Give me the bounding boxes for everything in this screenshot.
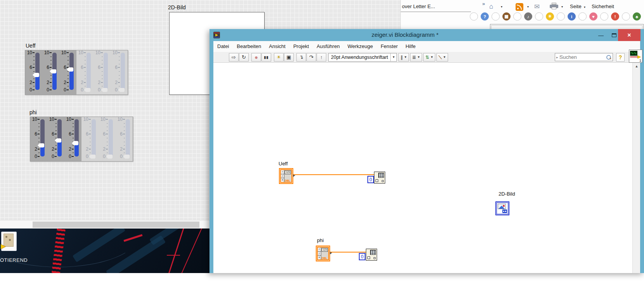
font-selector-arrow[interactable]: ▼ xyxy=(390,53,396,61)
bild-terminal-label[interactable]: 2D-Bild xyxy=(499,191,515,197)
slider-track[interactable] xyxy=(121,53,125,90)
vertical-slider[interactable]: 10 6 2 0 xyxy=(111,50,128,95)
retain-wire-values-button[interactable]: ▣ xyxy=(284,53,294,62)
window-titlebar[interactable]: ▶ zeiger.vi Blockdiagramm * — × xyxy=(209,29,644,41)
phi-terminal-label[interactable]: phi xyxy=(317,237,324,243)
menu-item-werkzeuge[interactable]: Werkzeuge xyxy=(344,41,377,52)
menu-item-ausführen[interactable]: Ausführen xyxy=(313,41,343,52)
ueff-terminal-label[interactable]: Ueff xyxy=(279,161,288,167)
vertical-slider[interactable]: 10 6 2 0 xyxy=(99,117,116,161)
vertical-slider[interactable]: 10 6 2 0 xyxy=(42,50,59,95)
alert-circle-icon[interactable]: ! xyxy=(611,12,619,21)
vertical-slider[interactable]: 10 6 2 0 xyxy=(47,117,64,161)
vertical-slider[interactable]: 10 6 2 0 xyxy=(25,50,42,95)
info-circle-icon[interactable]: i xyxy=(568,12,576,21)
slider-track[interactable] xyxy=(87,53,91,90)
vi-corner-icon[interactable]: ∿∿ ▶ 1 xyxy=(629,50,642,63)
cleanup-dropdown[interactable]: ⟍▼ xyxy=(436,53,448,62)
ueff-array-terminal[interactable]: ijk 123 DBL xyxy=(279,168,293,184)
home-dropdown-arrow[interactable]: ▾ xyxy=(501,5,502,9)
safety-menu[interactable]: Sicherheit xyxy=(592,3,614,9)
close-button[interactable]: × xyxy=(618,29,641,41)
slider-track[interactable] xyxy=(104,53,108,90)
step-out-button[interactable]: ↑ xyxy=(317,53,326,62)
slider-track[interactable] xyxy=(57,119,62,156)
ueff-wire[interactable] xyxy=(293,174,374,175)
pause-button[interactable]: ▮▮ xyxy=(261,53,271,62)
blank-circle-icon[interactable] xyxy=(600,12,608,21)
magnifier-icon[interactable] xyxy=(606,55,611,60)
ueff-index-array-node[interactable] xyxy=(374,172,385,184)
blank-circle-icon[interactable] xyxy=(535,12,543,21)
slider-handle[interactable] xyxy=(101,88,107,92)
menu-item-hilfe[interactable]: Hilfe xyxy=(402,41,419,52)
bulb-circle-icon[interactable]: ☀ xyxy=(546,12,554,21)
step-over-button[interactable]: ↷ xyxy=(306,53,316,62)
scrollbar-thumb[interactable] xyxy=(33,222,199,228)
slider-track[interactable] xyxy=(126,119,130,156)
abort-button[interactable]: ● xyxy=(251,53,261,62)
blank-circle-icon[interactable] xyxy=(470,12,478,21)
printer-icon[interactable] xyxy=(550,4,558,10)
phi-wire[interactable] xyxy=(330,252,366,253)
front-panel-horizontal-scrollbar[interactable] xyxy=(0,220,209,229)
menu-item-datei[interactable]: Datei xyxy=(213,41,233,52)
slider-handle[interactable] xyxy=(89,155,95,159)
printer-dropdown-arrow[interactable]: ▾ xyxy=(561,5,563,9)
menu-item-projekt[interactable]: Projekt xyxy=(289,41,313,52)
slider-handle[interactable] xyxy=(106,155,113,159)
font-selector[interactable]: 20pt Anwendungsschriftart ▼ xyxy=(328,53,397,62)
menu-item-fenster[interactable]: Fenster xyxy=(377,41,402,52)
phi-index-array-node[interactable] xyxy=(366,249,377,261)
music-circle-icon[interactable]: ♪ xyxy=(524,12,532,21)
slider-handle[interactable] xyxy=(123,155,130,159)
blank-circle-icon[interactable] xyxy=(622,12,630,21)
ueff-index-constant[interactable]: 0 xyxy=(367,176,374,183)
slider-handle[interactable] xyxy=(118,88,125,92)
slider-track[interactable] xyxy=(74,119,79,156)
slider-track[interactable] xyxy=(109,119,113,156)
vertical-slider[interactable]: 10 6 2 0 xyxy=(76,50,93,95)
page-menu[interactable]: Seite xyxy=(570,3,582,9)
vertical-slider[interactable]: 10 6 2 0 xyxy=(59,50,76,95)
browser-tab[interactable]: over Letter E... xyxy=(402,3,435,9)
overflow-chevron[interactable]: » xyxy=(482,1,485,7)
rss-icon[interactable] xyxy=(516,3,523,11)
bild-picture-terminal[interactable] xyxy=(495,201,509,215)
vertical-slider[interactable]: 10 6 2 0 xyxy=(30,117,47,161)
vertical-slider[interactable]: 10 6 2 0 xyxy=(93,50,111,95)
slider-track[interactable] xyxy=(35,53,40,90)
page-menu-arrow[interactable]: ▾ xyxy=(584,5,585,9)
phi-index-constant[interactable]: 0 xyxy=(359,253,365,260)
rss-dropdown-arrow[interactable]: ▾ xyxy=(527,5,529,9)
blank-circle-icon[interactable] xyxy=(492,12,500,21)
blank-circle-icon[interactable] xyxy=(557,12,565,21)
slider-handle[interactable] xyxy=(38,143,44,148)
minimize-button[interactable]: — xyxy=(594,29,608,41)
search-input[interactable] xyxy=(560,54,606,60)
reorder-dropdown[interactable]: ⇅▼ xyxy=(423,53,435,62)
run-button[interactable]: ⇨ xyxy=(229,53,239,62)
phi-array-terminal[interactable]: ijk 123 DBL xyxy=(316,246,330,261)
slider-track[interactable] xyxy=(40,119,45,156)
menu-item-bearbeiten[interactable]: Bearbeiten xyxy=(233,41,265,52)
vi-file-icon[interactable]: ▶ xyxy=(1,232,17,251)
slider-handle[interactable] xyxy=(84,88,90,92)
step-into-button[interactable]: ↴ xyxy=(296,53,306,62)
context-help-button[interactable]: ? xyxy=(616,53,625,62)
blank-circle-icon[interactable] xyxy=(513,12,521,21)
home-icon[interactable]: ⌂ xyxy=(489,3,493,10)
vertical-slider[interactable]: 10 6 2 0 xyxy=(81,117,99,161)
leaf-circle-icon[interactable]: ♣ xyxy=(633,12,641,21)
blank-circle-icon[interactable] xyxy=(578,12,587,21)
scroll-up-arrow[interactable]: ▲ xyxy=(633,64,640,68)
shield-circle-icon[interactable]: ? xyxy=(481,12,489,21)
distribute-objects-dropdown[interactable]: ≣▼ xyxy=(410,53,422,62)
slider-handle[interactable] xyxy=(33,73,39,77)
vertical-slider[interactable]: 10 6 2 0 xyxy=(116,117,133,161)
vertical-slider[interactable]: 10 6 2 0 xyxy=(64,117,81,161)
run-continuous-button[interactable]: ↻ xyxy=(239,53,249,62)
slider-handle[interactable] xyxy=(50,69,56,74)
menu-item-ansicht[interactable]: Ansicht xyxy=(265,41,289,52)
diagram-vertical-scrollbar[interactable]: ▲ xyxy=(632,63,640,273)
